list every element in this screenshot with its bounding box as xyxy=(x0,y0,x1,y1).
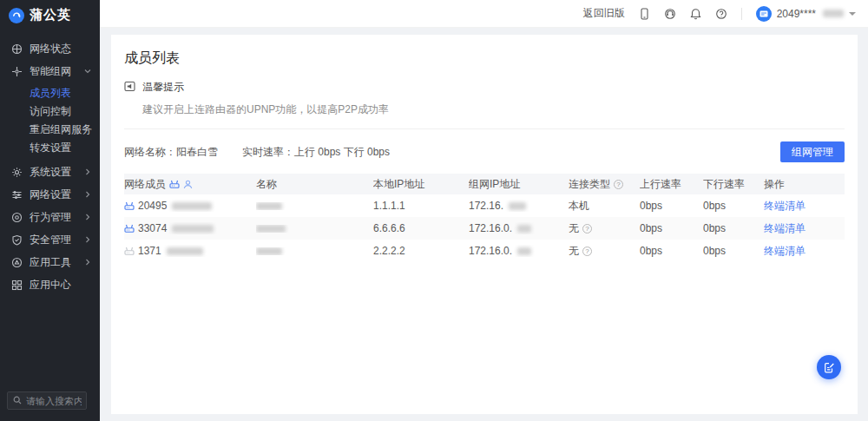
shield-icon xyxy=(10,234,23,246)
sidebar-item-behavior-management[interactable]: 行为管理 xyxy=(0,206,100,228)
search-input[interactable] xyxy=(26,396,82,406)
network-name-label: 网络名称： xyxy=(124,145,176,160)
member-id: 1371 xyxy=(138,245,161,257)
down-rate: 0bps xyxy=(703,222,726,234)
chevron-down-icon xyxy=(84,68,91,75)
tip-title: 温馨提示 xyxy=(142,80,184,95)
local-ip: 6.6.6.6 xyxy=(373,222,405,234)
terminal-list-link[interactable]: 终端清单 xyxy=(764,199,806,214)
app-tools-icon xyxy=(10,256,23,268)
redacted-text xyxy=(172,225,214,233)
redacted-text xyxy=(823,10,844,17)
sidebar-item-app-tools[interactable]: 应用工具 xyxy=(0,251,100,273)
submenu-item-label: 转发设置 xyxy=(30,141,71,155)
redacted-text xyxy=(256,247,282,255)
feedback-fab-button[interactable] xyxy=(817,355,841,379)
sidebar-item-access-control[interactable]: 访问控制 xyxy=(0,102,100,121)
mobile-app-icon[interactable] xyxy=(639,8,650,20)
table-row: 1371 2.2.2.2 172.16.0. 无? 0bps 0bps 终端清单 xyxy=(124,240,845,262)
brand-logo[interactable]: 蒲公英 xyxy=(0,0,100,30)
sidebar-item-forwarding-settings[interactable]: 转发设置 xyxy=(0,139,100,157)
sidebar-item-system-settings[interactable]: 系统设置 xyxy=(0,161,100,183)
app-window: 蒲公英 网络状态 智能组网 成员列表 xyxy=(0,0,868,421)
sidebar-item-label: 网络状态 xyxy=(30,42,71,56)
table-row: 20495 1.1.1.1 172.16. 本机 0bps 0bps 终端清单 xyxy=(124,194,845,217)
realtime-rate-label: 实时速率： xyxy=(242,145,294,160)
app-center-icon xyxy=(10,279,23,291)
member-id: 20495 xyxy=(138,200,167,212)
chevron-right-icon xyxy=(84,191,91,198)
smart-network-submenu: 成员列表 访问控制 重启组网服务 转发设置 xyxy=(0,82,100,161)
submenu-item-label: 成员列表 xyxy=(30,86,71,101)
support-icon[interactable] xyxy=(664,8,676,20)
redacted-text xyxy=(256,225,286,233)
submenu-item-label: 访问控制 xyxy=(30,104,71,119)
chevron-right-icon xyxy=(84,168,91,175)
conn-type: 本机 xyxy=(569,199,589,214)
vpn-ip: 172.16.0. xyxy=(469,222,512,234)
feedback-doc-icon xyxy=(824,362,835,373)
down-rate: 0bps xyxy=(703,245,726,257)
software-member-filter-icon[interactable] xyxy=(183,180,193,189)
sidebar-item-network-status[interactable]: 网络状态 xyxy=(0,37,100,60)
terminal-list-link[interactable]: 终端清单 xyxy=(764,221,806,236)
network-status-icon xyxy=(10,43,23,55)
redacted-text xyxy=(509,202,526,210)
col-vpn-ip: 组网IP地址 xyxy=(469,177,520,192)
local-ip: 1.1.1.1 xyxy=(373,200,405,212)
chevron-down-icon xyxy=(849,12,856,19)
chevron-right-icon xyxy=(84,236,91,243)
help-icon[interactable]: ? xyxy=(582,247,592,256)
network-info-row: 网络名称： 阳春白雪 实时速率： 上行 0bps 下行 0bps 组网管理 xyxy=(124,141,845,162)
avatar xyxy=(756,6,772,22)
back-to-old-version-link[interactable]: 返回旧版 xyxy=(583,6,625,21)
account-id: 2049**** xyxy=(777,8,816,20)
terminal-list-link[interactable]: 终端清单 xyxy=(764,244,806,259)
sidebar-item-label: 网络设置 xyxy=(30,187,71,202)
member-id: 33074 xyxy=(138,222,167,234)
sidebar-item-label: 智能组网 xyxy=(30,64,71,79)
sidebar-search[interactable] xyxy=(7,391,87,410)
sidebar-item-app-center[interactable]: 应用中心 xyxy=(0,273,100,296)
up-rate: 0bps xyxy=(640,245,662,257)
help-icon[interactable]: ? xyxy=(614,180,623,189)
sidebar-item-restart-network-service[interactable]: 重启组网服务 xyxy=(0,121,100,139)
sidebar-item-security-management[interactable]: 安全管理 xyxy=(0,228,100,251)
sidebar-item-network-settings[interactable]: 网络设置 xyxy=(0,183,100,206)
sidebar-nav: 网络状态 智能组网 成员列表 访问控制 重启组网服务 xyxy=(0,37,100,296)
router-filter-icon[interactable] xyxy=(169,180,180,189)
col-name: 名称 xyxy=(256,177,277,192)
bell-icon[interactable] xyxy=(690,8,701,20)
sidebar-item-smart-network[interactable]: 智能组网 xyxy=(0,60,100,82)
sidebar: 蒲公英 网络状态 智能组网 成员列表 xyxy=(0,0,100,421)
sidebar-item-member-list[interactable]: 成员列表 xyxy=(0,84,100,102)
chevron-right-icon xyxy=(84,259,91,266)
col-local-ip: 本地IP地址 xyxy=(373,177,424,192)
up-rate: 0bps xyxy=(640,200,662,212)
account-menu[interactable]: 2049**** xyxy=(756,6,856,22)
announcement-icon xyxy=(124,81,135,95)
tip-body: 建议开启上连路由器的UPNP功能，以提高P2P成功率 xyxy=(142,102,845,117)
sidebar-item-label: 应用中心 xyxy=(30,278,71,293)
conn-type: 无 xyxy=(569,244,579,259)
tips-block: 温馨提示 建议开启上连路由器的UPNP功能，以提高P2P成功率 xyxy=(124,80,845,129)
network-settings-icon xyxy=(10,188,23,201)
up-rate: 0bps xyxy=(640,222,662,234)
conn-type: 无 xyxy=(569,221,579,236)
help-icon[interactable]: ? xyxy=(582,224,592,234)
main-content: 成员列表 温馨提示 建议开启上连路由器的UPNP功能，以提高P2P成功率 网络名… xyxy=(100,28,868,421)
col-actions: 操作 xyxy=(764,177,785,192)
help-icon[interactable] xyxy=(715,8,727,20)
pgy-logo-icon xyxy=(9,8,24,23)
router-offline-icon xyxy=(124,247,135,256)
router-online-icon xyxy=(124,224,135,234)
network-manage-button[interactable]: 组网管理 xyxy=(780,141,845,162)
sidebar-item-label: 系统设置 xyxy=(30,165,71,180)
down-rate: 0bps xyxy=(703,200,726,212)
col-down-rate: 下行速率 xyxy=(703,177,745,192)
redacted-text xyxy=(517,225,531,233)
brand-name: 蒲公英 xyxy=(30,7,71,23)
col-up-rate: 上行速率 xyxy=(640,177,681,192)
member-list-card: 成员列表 温馨提示 建议开启上连路由器的UPNP功能，以提高P2P成功率 网络名… xyxy=(111,35,858,414)
network-name-value: 阳春白雪 xyxy=(176,145,218,160)
